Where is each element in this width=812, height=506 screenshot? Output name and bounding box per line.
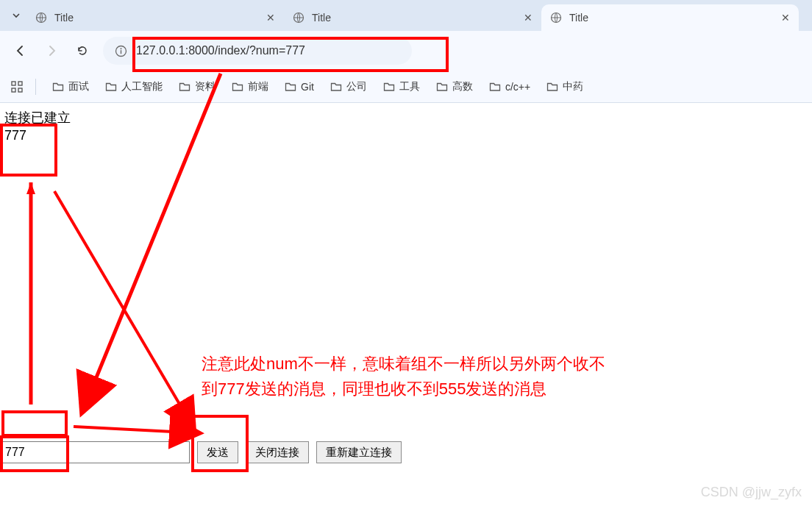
bookmark-item[interactable]: 面试 — [48, 77, 93, 96]
folder-icon — [330, 81, 342, 93]
bookmarks-bar: 面试 人工智能 资料 前端 Git 公司 工具 高数 c/c++ 中药 — [0, 71, 812, 103]
apps-icon[interactable] — [10, 80, 24, 93]
tab-strip: Title ✕ Title ✕ Title ✕ — [0, 0, 812, 31]
back-button[interactable] — [10, 40, 31, 61]
tab-2[interactable]: Title ✕ — [284, 4, 541, 31]
bookmark-item[interactable]: 工具 — [379, 77, 424, 96]
svg-rect-6 — [12, 82, 15, 85]
folder-icon — [105, 81, 117, 93]
folder-icon — [546, 81, 558, 93]
site-info-icon[interactable] — [115, 45, 127, 57]
globe-icon — [35, 12, 47, 24]
tab-title: Title — [569, 12, 774, 24]
status-text: 连接已建立 — [4, 109, 808, 126]
bookmark-item[interactable]: 资料 — [174, 77, 220, 96]
folder-icon — [179, 81, 190, 93]
close-icon[interactable]: ✕ — [266, 12, 275, 24]
message-input[interactable] — [0, 441, 190, 463]
folder-icon — [436, 81, 448, 93]
forward-button[interactable] — [41, 40, 62, 61]
svg-point-4 — [121, 48, 122, 49]
bookmark-item[interactable]: 前端 — [227, 77, 273, 96]
folder-icon — [52, 81, 64, 93]
tab-title: Title — [54, 12, 259, 24]
watermark: CSDN @jjw_zyfx — [701, 485, 802, 500]
svg-rect-9 — [18, 88, 22, 92]
tab-dropdown-icon[interactable] — [6, 5, 26, 26]
tab-1[interactable]: Title ✕ — [26, 4, 284, 31]
globe-icon — [293, 12, 304, 24]
tab-3-active[interactable]: Title ✕ — [541, 4, 799, 31]
tab-title: Title — [312, 12, 516, 24]
bookmark-item[interactable]: 中药 — [542, 77, 588, 96]
svg-line-12 — [54, 191, 188, 418]
controls-row: 发送 关闭连接 重新建立连接 — [0, 441, 402, 463]
close-connection-button[interactable]: 关闭连接 — [246, 441, 309, 463]
folder-icon — [489, 81, 501, 93]
bookmark-item[interactable]: c/c++ — [485, 78, 535, 96]
page-content: 连接已建立 777 发送 关闭连接 重新建立连接 — [0, 103, 812, 150]
highlight-input-blank — [1, 410, 68, 437]
bookmark-item[interactable]: 高数 — [432, 77, 477, 96]
folder-icon — [285, 81, 296, 93]
folder-icon — [383, 81, 395, 93]
svg-rect-7 — [18, 82, 22, 85]
bookmark-item[interactable]: Git — [280, 78, 318, 96]
svg-rect-5 — [121, 50, 121, 54]
separator — [35, 79, 36, 95]
svg-rect-8 — [12, 88, 15, 92]
globe-icon — [550, 12, 562, 24]
svg-line-13 — [74, 427, 187, 432]
send-button[interactable]: 发送 — [197, 441, 238, 463]
close-icon[interactable]: ✕ — [781, 12, 790, 24]
bookmark-item[interactable]: 公司 — [326, 77, 371, 96]
annotation-text: 注意此处num不一样，意味着组不一样所以另外两个收不 到777发送的消息，同理也… — [202, 352, 605, 402]
url-text: 127.0.0.1:8000/index/?num=777 — [136, 44, 305, 57]
url-box[interactable]: 127.0.0.1:8000/index/?num=777 — [103, 37, 412, 65]
address-bar: 127.0.0.1:8000/index/?num=777 — [0, 31, 812, 71]
close-icon[interactable]: ✕ — [524, 12, 533, 24]
reconnect-button[interactable]: 重新建立连接 — [316, 441, 402, 463]
reload-button[interactable] — [72, 40, 93, 61]
received-value: 777 — [4, 126, 808, 144]
bookmark-item[interactable]: 人工智能 — [101, 77, 167, 96]
folder-icon — [232, 81, 243, 93]
